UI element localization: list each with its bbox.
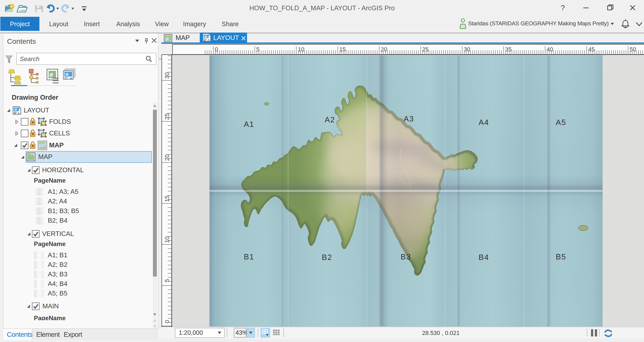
svg-text:A2: A2 bbox=[325, 115, 335, 124]
svg-text:B4: B4 bbox=[479, 253, 489, 262]
svg-text:0: 0 bbox=[215, 46, 218, 53]
svg-text:A4: A4 bbox=[479, 118, 489, 127]
svg-text:10: 10 bbox=[298, 46, 304, 53]
svg-text:10: 10 bbox=[164, 236, 170, 243]
svg-text:15: 15 bbox=[164, 195, 170, 202]
svg-text:B2: B2 bbox=[322, 253, 332, 262]
svg-text:A3: A3 bbox=[404, 114, 414, 123]
svg-text:30: 30 bbox=[464, 46, 470, 53]
svg-text:A1: A1 bbox=[244, 120, 254, 129]
svg-text:0: 0 bbox=[164, 320, 170, 323]
svg-text:35: 35 bbox=[505, 46, 512, 53]
svg-text:25: 25 bbox=[422, 46, 429, 53]
svg-text:45: 45 bbox=[588, 46, 595, 53]
svg-text:5: 5 bbox=[256, 46, 260, 53]
svg-text:40: 40 bbox=[546, 46, 553, 53]
svg-text:15: 15 bbox=[339, 46, 346, 53]
svg-text:30: 30 bbox=[164, 72, 170, 79]
svg-text:B5: B5 bbox=[556, 252, 566, 261]
svg-text:A5: A5 bbox=[556, 118, 566, 127]
svg-text:20: 20 bbox=[381, 46, 387, 53]
svg-text:50: 50 bbox=[630, 46, 636, 53]
svg-text:5: 5 bbox=[164, 279, 170, 282]
svg-text:B1: B1 bbox=[244, 252, 254, 261]
svg-text:25: 25 bbox=[164, 113, 170, 120]
svg-text:?: ? bbox=[561, 4, 565, 12]
svg-text:B3: B3 bbox=[401, 252, 411, 261]
svg-text:20: 20 bbox=[164, 154, 170, 161]
